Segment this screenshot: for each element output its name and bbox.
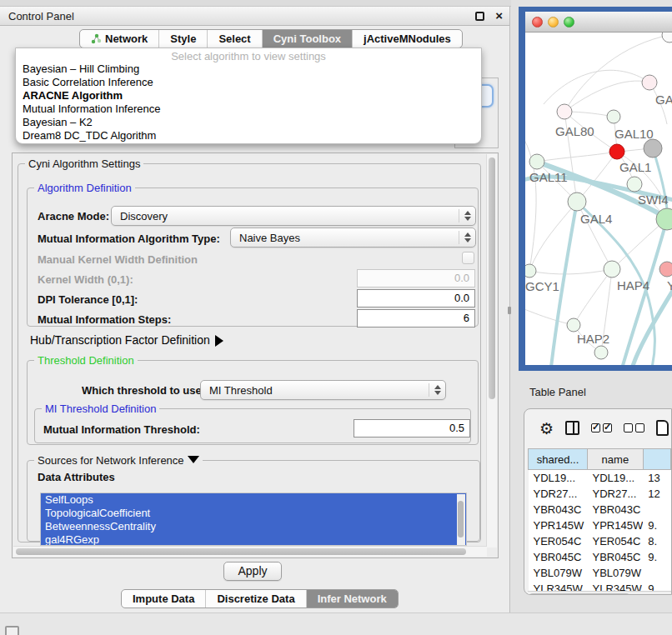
tab-select[interactable]: Select bbox=[207, 30, 261, 48]
dropdown-option[interactable]: Bayesian – Hill Climbing bbox=[16, 62, 481, 76]
dropdown-option[interactable]: Bayesian – K2 bbox=[16, 116, 481, 129]
combo-arrows-icon bbox=[459, 209, 475, 222]
cyni-settings-scrollpane: Cyni Algorithm Settings Algorithm Defini… bbox=[12, 152, 499, 558]
aracne-mode-combo[interactable]: Discovery bbox=[111, 206, 476, 226]
network-node-gal10[interactable] bbox=[607, 110, 620, 123]
table-row[interactable]: YDL19...YDL19...13 bbox=[529, 470, 671, 486]
network-node-swi4[interactable] bbox=[627, 177, 642, 192]
node-label: Y bbox=[667, 278, 672, 292]
tab-jactivemnodules[interactable]: jActiveMNodules bbox=[352, 30, 462, 48]
deselect-all-checks-icon[interactable] bbox=[624, 423, 644, 432]
dpi-tolerance-field[interactable]: 0.0 bbox=[357, 289, 475, 308]
table-cell: YBR045C bbox=[588, 549, 644, 565]
network-node-gal4[interactable] bbox=[568, 192, 586, 211]
hub-definition-expander[interactable]: Hub/Transcription Factor Definition bbox=[30, 333, 223, 347]
tab-network[interactable]: Network bbox=[80, 30, 158, 48]
window-bottom-strip bbox=[0, 612, 672, 635]
dropdown-option[interactable]: Dream8 DC_TDC Algorithm bbox=[16, 129, 481, 142]
network-node-hap4[interactable] bbox=[604, 261, 620, 278]
settings-vertical-scrollbar[interactable] bbox=[486, 154, 497, 548]
apply-button[interactable]: Apply bbox=[223, 562, 282, 581]
network-edge[interactable] bbox=[544, 70, 649, 104]
cyni-algorithm-settings-group: Cyni Algorithm Settings Algorithm Defini… bbox=[18, 163, 481, 542]
table-cell: 12 bbox=[643, 486, 670, 502]
columns-icon[interactable] bbox=[565, 421, 579, 435]
network-node[interactable] bbox=[594, 346, 608, 359]
network-node[interactable] bbox=[644, 139, 662, 158]
network-node-hap2[interactable] bbox=[567, 318, 580, 332]
table-cell: 9. bbox=[643, 518, 670, 533]
mi-type-combo[interactable]: Naive Bayes bbox=[230, 228, 476, 248]
network-edge[interactable] bbox=[537, 152, 617, 162]
table-horizontal-scrollbar[interactable] bbox=[528, 591, 672, 595]
minimized-panel-icon[interactable] bbox=[5, 626, 19, 635]
threshold-definition-group: Threshold Definition Which threshold to … bbox=[27, 360, 479, 445]
table-cell: YPR145W bbox=[529, 518, 588, 533]
float-panel-icon[interactable] bbox=[475, 12, 484, 21]
network-edge[interactable] bbox=[525, 132, 536, 271]
tab-label: Style bbox=[170, 30, 196, 48]
tab-impute-data[interactable]: Impute Data bbox=[122, 590, 205, 608]
column-header[interactable]: name bbox=[588, 449, 644, 470]
bottom-tabbar: Impute DataDiscretize DataInfer Network bbox=[121, 589, 399, 608]
document-icon[interactable] bbox=[656, 420, 669, 436]
table-row[interactable]: YBL079WYBL079W bbox=[529, 565, 671, 581]
table-row[interactable]: YPR145WYPR145W9. bbox=[529, 518, 671, 533]
tab-label: Select bbox=[218, 30, 250, 48]
table-cell: 8. bbox=[643, 533, 670, 549]
dropdown-option[interactable]: ARACNE Algorithm bbox=[16, 89, 481, 102]
network-node-gal[interactable] bbox=[642, 75, 657, 90]
minimize-window-icon[interactable] bbox=[548, 17, 559, 28]
close-panel-icon[interactable]: × bbox=[495, 8, 503, 22]
network-edge[interactable] bbox=[564, 35, 669, 112]
tab-infer-network[interactable]: Infer Network bbox=[306, 590, 398, 608]
column-header[interactable]: shared... bbox=[529, 449, 588, 470]
which-threshold-combo[interactable]: MI Threshold bbox=[200, 380, 446, 400]
table-cell: 13 bbox=[643, 470, 670, 486]
zoom-window-icon[interactable] bbox=[564, 17, 574, 28]
table-row[interactable]: YDR27...YDR27...12 bbox=[529, 486, 671, 502]
tab-style[interactable]: Style bbox=[158, 30, 207, 48]
table-row[interactable]: YBR043CYBR043C bbox=[529, 502, 671, 518]
table-cell: YBR043C bbox=[529, 502, 588, 518]
select-all-checks-icon[interactable] bbox=[591, 423, 612, 432]
panel-splitter-grip[interactable] bbox=[508, 307, 511, 314]
table-row[interactable]: YER054CYER054C8. bbox=[529, 533, 671, 549]
network-edge[interactable] bbox=[564, 81, 649, 112]
table-row[interactable]: YBR045CYBR045C9. bbox=[529, 549, 671, 565]
network-node-gal11[interactable] bbox=[529, 154, 544, 169]
network-edge[interactable] bbox=[525, 308, 574, 325]
attribute-item[interactable]: SelfLoops bbox=[41, 493, 466, 507]
close-window-icon[interactable] bbox=[532, 17, 543, 28]
sources-title[interactable]: Sources for Network Inference bbox=[34, 454, 203, 467]
attribute-item[interactable]: gal4RGexp bbox=[41, 533, 466, 546]
data-attributes-list[interactable]: SelfLoopsTopologicalCoefficientBetweenne… bbox=[40, 492, 467, 546]
mi-threshold-field[interactable]: 0.5 bbox=[354, 419, 470, 438]
network-node-gal1[interactable] bbox=[609, 144, 624, 159]
attributes-scrollbar[interactable] bbox=[457, 494, 465, 546]
tab-label: Discretize Data bbox=[217, 590, 294, 608]
network-node-y[interactable] bbox=[659, 262, 672, 277]
attribute-item[interactable]: BetweennessCentrality bbox=[41, 520, 466, 533]
node-label: HAP4 bbox=[617, 278, 649, 292]
dropdown-option[interactable]: Basic Correlation Inference bbox=[16, 76, 481, 89]
network-node[interactable] bbox=[662, 32, 672, 42]
gear-icon[interactable]: ⚙ bbox=[539, 419, 554, 438]
manual-kernel-checkbox[interactable] bbox=[462, 252, 474, 264]
settings-horizontal-scrollbar[interactable] bbox=[13, 546, 487, 557]
kernel-width-field[interactable]: 0.0 bbox=[357, 269, 475, 288]
hub-definition-label: Hub/Transcription Factor Definition bbox=[30, 333, 210, 347]
mi-steps-field[interactable]: 6 bbox=[357, 309, 475, 328]
tab-discretize-data[interactable]: Discretize Data bbox=[205, 590, 305, 608]
dropdown-option[interactable]: Mutual Information Inference bbox=[16, 102, 481, 116]
network-node-gal80[interactable] bbox=[557, 104, 572, 119]
node-attribute-table[interactable]: shared...name YDL19...YDL19...13YDR27...… bbox=[528, 448, 671, 595]
tab-cyni-toolbox[interactable]: Cyni Toolbox bbox=[262, 30, 352, 48]
network-canvas[interactable]: GALGAL80GAL10GAL1GAL11SWI4GAL4GCY1HAP4YH… bbox=[525, 32, 672, 365]
network-edge[interactable] bbox=[529, 269, 612, 274]
node-label: GAL1 bbox=[619, 160, 651, 174]
control-panel-title: Control Panel bbox=[8, 10, 74, 22]
network-node-gcy1[interactable] bbox=[525, 264, 536, 278]
attribute-item[interactable]: TopologicalCoefficient bbox=[41, 507, 466, 520]
column-header[interactable] bbox=[643, 449, 670, 470]
